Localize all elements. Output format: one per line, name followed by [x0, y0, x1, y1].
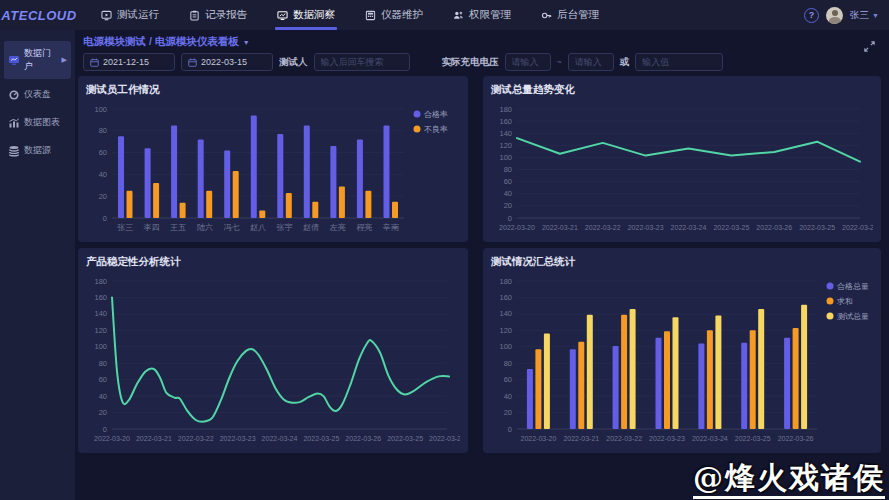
test-run-icon [101, 10, 112, 21]
bar [127, 191, 133, 218]
bar [312, 202, 318, 218]
bar [259, 210, 265, 218]
menu-item-report[interactable]: 记录报告 [174, 0, 262, 30]
bar [277, 134, 283, 218]
help-icon[interactable]: ? [804, 8, 819, 23]
svg-text:2022-03-21: 2022-03-21 [542, 224, 578, 231]
calendar-icon [90, 58, 99, 67]
svg-text:2022-03-20: 2022-03-20 [94, 435, 130, 442]
menu-item-data-insight[interactable]: 数据洞察 [262, 0, 350, 30]
instrument-icon [365, 10, 376, 21]
voltage-max-field[interactable] [568, 53, 614, 71]
avatar[interactable] [826, 7, 843, 24]
menu-item-label: 测试运行 [117, 8, 159, 22]
bar [793, 328, 799, 429]
svg-text:辛南: 辛南 [383, 223, 400, 232]
menu-item-label: 仪器维护 [381, 8, 423, 22]
bar [535, 349, 541, 429]
menu-item-label: 数据洞察 [293, 8, 335, 22]
bar [118, 136, 124, 218]
menu-item-test-run[interactable]: 测试运行 [86, 0, 174, 30]
fullscreen-icon[interactable] [863, 39, 876, 57]
user-menu[interactable]: 张三 ▼ [850, 9, 879, 22]
svg-text:180: 180 [94, 277, 107, 286]
svg-text:0: 0 [103, 425, 107, 434]
bar [392, 202, 398, 218]
sidebar-item-label: 数据源 [24, 144, 51, 157]
bar [587, 315, 593, 429]
range-separator: ~ [557, 57, 562, 67]
main-content: 电源模块测试 / 电源模块仪表看板 ▼ 测试人 实际充电电压 ~ [75, 30, 889, 500]
svg-text:40: 40 [504, 392, 512, 401]
svg-text:2022-03-25: 2022-03-25 [799, 224, 835, 231]
sidebar-item-data-portal[interactable]: 数据门户 ▶ [4, 41, 71, 79]
value-field[interactable] [635, 53, 723, 71]
date-start-field[interactable] [83, 53, 175, 71]
svg-text:冯七: 冯七 [223, 223, 239, 232]
tester-label: 测试人 [279, 56, 308, 69]
bar [741, 343, 747, 429]
gauge-icon [8, 89, 20, 101]
menu-item-admin[interactable]: 后台管理 [526, 0, 614, 30]
chevron-right-icon: ▶ [62, 56, 67, 64]
bar [145, 148, 151, 218]
svg-text:60: 60 [504, 177, 512, 186]
sidebar-item-data-source[interactable]: 数据源 [4, 138, 71, 163]
panel-summary: 测试情况汇总统计 0204060801001201401601802022-03… [483, 248, 881, 453]
panel-title: 测试员工作情况 [86, 83, 460, 97]
bar [365, 191, 371, 218]
tester-field[interactable] [314, 53, 410, 71]
menu-item-label: 权限管理 [469, 8, 511, 22]
voltage-min-field[interactable] [505, 53, 551, 71]
date-start-input[interactable] [103, 57, 168, 67]
svg-text:160: 160 [94, 293, 107, 302]
breadcrumb[interactable]: 电源模块测试 / 电源模块仪表看板 ▼ [83, 35, 250, 49]
panel-stability: 产品稳定性分析统计 0204060801001201401601802022-0… [78, 248, 468, 453]
y-axis-labels: 020406080100 [94, 105, 107, 223]
svg-text:2022-03-21: 2022-03-21 [563, 435, 599, 442]
menu-item-instrument[interactable]: 仪器维护 [350, 0, 438, 30]
tester-input[interactable] [321, 57, 403, 67]
svg-text:2022-03-26: 2022-03-26 [842, 224, 873, 231]
bar [304, 125, 310, 218]
bar [153, 183, 159, 218]
date-end-field[interactable] [181, 53, 273, 71]
svg-text:100: 100 [499, 153, 512, 162]
voltage-min-input[interactable] [512, 57, 544, 67]
svg-text:40: 40 [99, 392, 107, 401]
panel-title: 产品稳定性分析统计 [86, 255, 460, 269]
bar [613, 346, 619, 429]
date-end-input[interactable] [201, 57, 266, 67]
menu-item-permission[interactable]: 权限管理 [438, 0, 526, 30]
bar [758, 309, 764, 429]
sidebar-item-dashboard[interactable]: 仪表盘 [4, 82, 71, 107]
bar [527, 369, 533, 429]
x-axis-labels: 2022-03-202022-03-212022-03-222022-03-23… [499, 224, 873, 231]
legend-dot [827, 313, 834, 320]
value-input[interactable] [642, 57, 716, 67]
svg-text:20: 20 [504, 408, 512, 417]
panel-total-trend: 测试总量趋势变化 0204060801001201401601802022-03… [483, 76, 881, 242]
svg-text:2022-03-22: 2022-03-22 [585, 224, 621, 231]
line-chart-total-trend: 0204060801001201401601802022-03-202022-0… [491, 99, 873, 235]
sidebar-item-label: 数据门户 [24, 47, 58, 73]
svg-text:180: 180 [499, 105, 512, 114]
bar [171, 125, 177, 218]
line-chart-stability: 0204060801001201401601802022-03-202022-0… [86, 271, 460, 446]
app-logo: ATECLOUD [0, 8, 78, 23]
voltage-label: 实际充电电压 [442, 56, 499, 69]
svg-text:100: 100 [94, 105, 107, 114]
sidebar-item-data-charts[interactable]: 数据图表 [4, 110, 71, 135]
svg-text:赵八: 赵八 [250, 223, 266, 232]
bar [357, 140, 363, 219]
legend-dot [827, 283, 834, 290]
voltage-max-input[interactable] [575, 57, 607, 67]
svg-text:100: 100 [499, 342, 512, 351]
y-axis-labels: 020406080100120140160180 [94, 277, 107, 434]
top-navbar: ATECLOUD 测试运行 记录报告 数据洞察 仪器维护 [0, 0, 889, 30]
svg-text:120: 120 [499, 326, 512, 335]
svg-text:80: 80 [504, 359, 512, 368]
svg-text:0: 0 [508, 214, 512, 223]
sidebar-item-label: 仪表盘 [24, 88, 51, 101]
svg-text:100: 100 [94, 342, 107, 351]
